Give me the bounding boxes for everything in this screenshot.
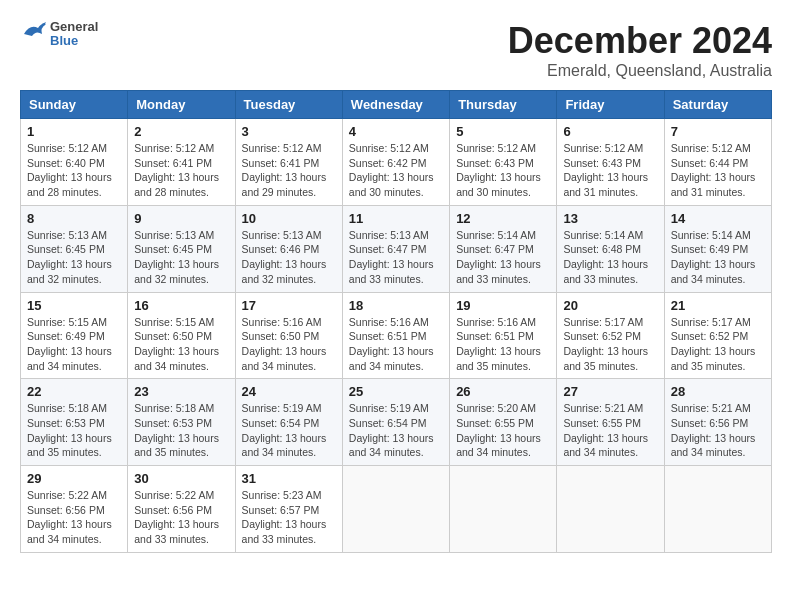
day-info: Sunrise: 5:12 AMSunset: 6:44 PMDaylight:… [671, 142, 756, 198]
weekday-header-row: Sunday Monday Tuesday Wednesday Thursday… [21, 91, 772, 119]
logo-blue-text: Blue [50, 34, 98, 48]
table-cell: 4 Sunrise: 5:12 AMSunset: 6:42 PMDayligh… [342, 119, 449, 206]
table-cell [342, 466, 449, 553]
day-info: Sunrise: 5:12 AMSunset: 6:42 PMDaylight:… [349, 142, 434, 198]
header-thursday: Thursday [450, 91, 557, 119]
table-cell: 7 Sunrise: 5:12 AMSunset: 6:44 PMDayligh… [664, 119, 771, 206]
table-cell: 30 Sunrise: 5:22 AMSunset: 6:56 PMDaylig… [128, 466, 235, 553]
table-cell: 29 Sunrise: 5:22 AMSunset: 6:56 PMDaylig… [21, 466, 128, 553]
day-info: Sunrise: 5:12 AMSunset: 6:41 PMDaylight:… [242, 142, 327, 198]
day-info: Sunrise: 5:13 AMSunset: 6:45 PMDaylight:… [27, 229, 112, 285]
day-number: 4 [349, 124, 443, 139]
day-info: Sunrise: 5:18 AMSunset: 6:53 PMDaylight:… [134, 402, 219, 458]
day-number: 10 [242, 211, 336, 226]
header-monday: Monday [128, 91, 235, 119]
table-cell: 11 Sunrise: 5:13 AMSunset: 6:47 PMDaylig… [342, 205, 449, 292]
day-info: Sunrise: 5:20 AMSunset: 6:55 PMDaylight:… [456, 402, 541, 458]
day-number: 29 [27, 471, 121, 486]
calendar-row: 15 Sunrise: 5:15 AMSunset: 6:49 PMDaylig… [21, 292, 772, 379]
calendar-table: Sunday Monday Tuesday Wednesday Thursday… [20, 90, 772, 553]
table-cell: 31 Sunrise: 5:23 AMSunset: 6:57 PMDaylig… [235, 466, 342, 553]
day-number: 6 [563, 124, 657, 139]
calendar-title: December 2024 [508, 20, 772, 62]
table-cell: 12 Sunrise: 5:14 AMSunset: 6:47 PMDaylig… [450, 205, 557, 292]
table-cell: 23 Sunrise: 5:18 AMSunset: 6:53 PMDaylig… [128, 379, 235, 466]
logo: General Blue [20, 20, 98, 49]
table-cell: 19 Sunrise: 5:16 AMSunset: 6:51 PMDaylig… [450, 292, 557, 379]
header-saturday: Saturday [664, 91, 771, 119]
day-info: Sunrise: 5:18 AMSunset: 6:53 PMDaylight:… [27, 402, 112, 458]
table-cell: 26 Sunrise: 5:20 AMSunset: 6:55 PMDaylig… [450, 379, 557, 466]
day-number: 14 [671, 211, 765, 226]
day-info: Sunrise: 5:15 AMSunset: 6:50 PMDaylight:… [134, 316, 219, 372]
table-cell: 2 Sunrise: 5:12 AMSunset: 6:41 PMDayligh… [128, 119, 235, 206]
table-cell: 1 Sunrise: 5:12 AMSunset: 6:40 PMDayligh… [21, 119, 128, 206]
table-cell: 6 Sunrise: 5:12 AMSunset: 6:43 PMDayligh… [557, 119, 664, 206]
day-number: 22 [27, 384, 121, 399]
table-cell [557, 466, 664, 553]
day-info: Sunrise: 5:12 AMSunset: 6:43 PMDaylight:… [563, 142, 648, 198]
day-number: 7 [671, 124, 765, 139]
day-number: 30 [134, 471, 228, 486]
table-cell: 17 Sunrise: 5:16 AMSunset: 6:50 PMDaylig… [235, 292, 342, 379]
table-cell: 28 Sunrise: 5:21 AMSunset: 6:56 PMDaylig… [664, 379, 771, 466]
day-info: Sunrise: 5:14 AMSunset: 6:48 PMDaylight:… [563, 229, 648, 285]
day-info: Sunrise: 5:15 AMSunset: 6:49 PMDaylight:… [27, 316, 112, 372]
day-number: 31 [242, 471, 336, 486]
day-number: 27 [563, 384, 657, 399]
day-number: 23 [134, 384, 228, 399]
header-tuesday: Tuesday [235, 91, 342, 119]
table-cell: 25 Sunrise: 5:19 AMSunset: 6:54 PMDaylig… [342, 379, 449, 466]
day-info: Sunrise: 5:13 AMSunset: 6:47 PMDaylight:… [349, 229, 434, 285]
calendar-row: 29 Sunrise: 5:22 AMSunset: 6:56 PMDaylig… [21, 466, 772, 553]
day-number: 8 [27, 211, 121, 226]
page-header: General Blue December 2024 Emerald, Quee… [20, 20, 772, 80]
day-info: Sunrise: 5:12 AMSunset: 6:41 PMDaylight:… [134, 142, 219, 198]
table-cell: 16 Sunrise: 5:15 AMSunset: 6:50 PMDaylig… [128, 292, 235, 379]
day-info: Sunrise: 5:17 AMSunset: 6:52 PMDaylight:… [563, 316, 648, 372]
table-cell: 27 Sunrise: 5:21 AMSunset: 6:55 PMDaylig… [557, 379, 664, 466]
table-cell: 5 Sunrise: 5:12 AMSunset: 6:43 PMDayligh… [450, 119, 557, 206]
table-cell: 10 Sunrise: 5:13 AMSunset: 6:46 PMDaylig… [235, 205, 342, 292]
day-number: 1 [27, 124, 121, 139]
day-number: 24 [242, 384, 336, 399]
day-number: 21 [671, 298, 765, 313]
day-info: Sunrise: 5:21 AMSunset: 6:55 PMDaylight:… [563, 402, 648, 458]
day-number: 28 [671, 384, 765, 399]
header-wednesday: Wednesday [342, 91, 449, 119]
header-sunday: Sunday [21, 91, 128, 119]
day-number: 11 [349, 211, 443, 226]
day-number: 3 [242, 124, 336, 139]
day-info: Sunrise: 5:16 AMSunset: 6:51 PMDaylight:… [456, 316, 541, 372]
day-number: 26 [456, 384, 550, 399]
day-number: 12 [456, 211, 550, 226]
day-number: 16 [134, 298, 228, 313]
calendar-row: 1 Sunrise: 5:12 AMSunset: 6:40 PMDayligh… [21, 119, 772, 206]
table-cell: 3 Sunrise: 5:12 AMSunset: 6:41 PMDayligh… [235, 119, 342, 206]
table-cell [664, 466, 771, 553]
day-info: Sunrise: 5:14 AMSunset: 6:49 PMDaylight:… [671, 229, 756, 285]
day-info: Sunrise: 5:17 AMSunset: 6:52 PMDaylight:… [671, 316, 756, 372]
table-cell: 24 Sunrise: 5:19 AMSunset: 6:54 PMDaylig… [235, 379, 342, 466]
day-number: 20 [563, 298, 657, 313]
table-cell: 22 Sunrise: 5:18 AMSunset: 6:53 PMDaylig… [21, 379, 128, 466]
table-cell: 13 Sunrise: 5:14 AMSunset: 6:48 PMDaylig… [557, 205, 664, 292]
title-area: December 2024 Emerald, Queensland, Austr… [508, 20, 772, 80]
day-info: Sunrise: 5:19 AMSunset: 6:54 PMDaylight:… [242, 402, 327, 458]
day-number: 2 [134, 124, 228, 139]
day-info: Sunrise: 5:22 AMSunset: 6:56 PMDaylight:… [27, 489, 112, 545]
day-number: 17 [242, 298, 336, 313]
table-cell: 18 Sunrise: 5:16 AMSunset: 6:51 PMDaylig… [342, 292, 449, 379]
table-cell: 15 Sunrise: 5:15 AMSunset: 6:49 PMDaylig… [21, 292, 128, 379]
day-info: Sunrise: 5:12 AMSunset: 6:40 PMDaylight:… [27, 142, 112, 198]
day-info: Sunrise: 5:19 AMSunset: 6:54 PMDaylight:… [349, 402, 434, 458]
table-cell [450, 466, 557, 553]
table-cell: 14 Sunrise: 5:14 AMSunset: 6:49 PMDaylig… [664, 205, 771, 292]
day-info: Sunrise: 5:14 AMSunset: 6:47 PMDaylight:… [456, 229, 541, 285]
calendar-row: 22 Sunrise: 5:18 AMSunset: 6:53 PMDaylig… [21, 379, 772, 466]
day-info: Sunrise: 5:13 AMSunset: 6:45 PMDaylight:… [134, 229, 219, 285]
calendar-row: 8 Sunrise: 5:13 AMSunset: 6:45 PMDayligh… [21, 205, 772, 292]
day-info: Sunrise: 5:23 AMSunset: 6:57 PMDaylight:… [242, 489, 327, 545]
day-info: Sunrise: 5:16 AMSunset: 6:51 PMDaylight:… [349, 316, 434, 372]
logo-general-text: General [50, 20, 98, 34]
